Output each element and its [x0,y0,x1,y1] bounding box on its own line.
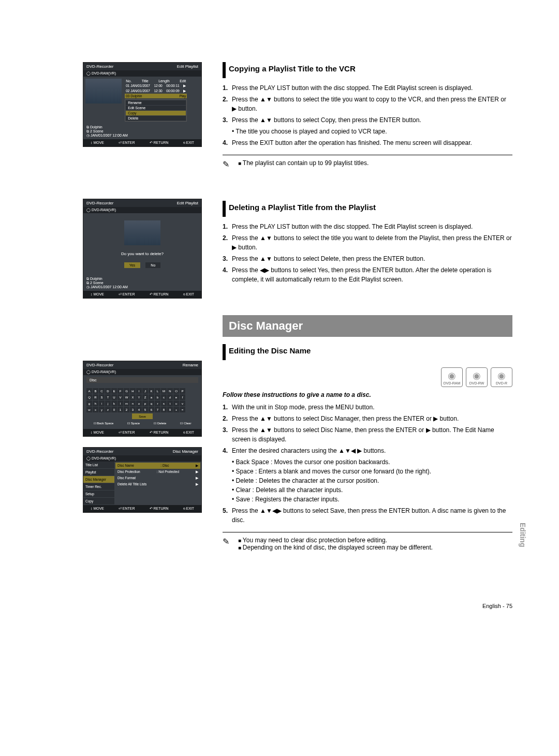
kb-key: n [130,401,136,406]
dvd-rw-icon: DVD-RW [466,367,488,387]
section-copy-playlist: Copying a Playlist Title to the VCR 1.Pr… [223,62,512,170]
kb-key: f [180,394,185,400]
kb-key: o [136,401,142,406]
note-box-2: You may need to clear disc protection be… [223,532,512,551]
screenshot-disc-manager: DVD-RecorderDisc Manager ◯ DVD-RAM(VR) T… [83,447,202,513]
kb-key: z [105,407,111,412]
kb-key: B [93,388,98,394]
kb-key: 1 [117,407,123,412]
kb-key: A [86,388,92,394]
kb-key: q [149,401,154,406]
kb-key: a [149,394,154,400]
kb-key: 2 [124,407,129,412]
kb-key: c [161,394,167,400]
yes-button: Yes [124,262,140,268]
heading-copy: Copying a Playlist Title to the VCR [223,62,512,78]
onscreen-keyboard: ABCDEFGHIJKLMNOPQRSTUVWXYZabcdefghijklmn… [83,385,201,429]
kb-key: g [86,401,92,406]
right-column: Copying a Playlist Title to the VCR 1.Pr… [223,62,512,582]
kb-key: 9 [167,407,173,412]
kb-key: p [142,401,148,406]
kb-key: P [180,388,185,394]
kb-key: D [105,388,111,394]
kb-key: t [167,401,173,406]
kb-key: E [111,388,117,394]
section-delete-playlist: Deleting a Playlist Title from the Playl… [223,201,512,284]
heading-edit-disc-name: Editing the Disc Name [223,344,512,360]
kb-key: L [155,388,160,394]
kb-key: I [136,388,142,394]
kb-key: J [142,388,148,394]
kb-key: 5 [142,407,148,412]
section-tab: Editing [519,523,527,547]
thumb-icon [85,79,122,103]
left-column: DVD-RecorderEdit Playlist ◯ DVD-RAM(VR) … [83,62,202,582]
kb-key: W [124,394,129,400]
note-box: The playlist can contain up to 99 playli… [223,155,512,170]
kb-key: F [117,388,123,394]
kb-key: j [105,401,111,406]
screenshot-edit-playlist: DVD-RecorderEdit Playlist ◯ DVD-RAM(VR) … [83,62,202,147]
heading-disc-manager: Disc Manager [223,315,512,337]
kb-key: 6 [149,407,154,412]
kb-key: s [161,401,167,406]
disc-type-icons: DVD-RAM DVD-RW DVD-R [441,367,512,387]
kb-key: R [93,394,98,400]
kb-key: Z [142,394,148,400]
kb-key: K [149,388,154,394]
kb-key: + [173,407,179,412]
ss1-sub: ◯ DVD-RAM(VR) [83,70,201,77]
context-menu: Rename Edit Scene Copy Delete [125,99,187,122]
kb-key: U [111,394,117,400]
kb-key: b [155,394,160,400]
kb-key: d [167,394,173,400]
kb-key: i [99,401,105,406]
note-icon [223,159,233,170]
screenshot-delete-confirm: DVD-RecorderEdit Playlist ◯ DVD-RAM(VR) … [83,199,202,299]
kb-key: w [86,407,92,412]
kb-key: 7 [155,407,160,412]
screenshot-rename: DVD-RecorderRename ◯ DVD-RAM(VR) Disc AB… [83,361,202,437]
page-number: English - 75 [83,603,512,609]
ss1-title: DVD-Recorder [86,64,113,69]
name-field: Disc [86,377,198,383]
heading-delete: Deleting a Playlist Title from the Playl… [223,201,512,217]
no-button: No [145,262,160,268]
kb-key: h [93,401,98,406]
ss1-mode: Edit Playlist [177,64,198,69]
kb-key: S [99,394,105,400]
kb-key: Y [136,394,142,400]
kb-key: u [173,401,179,406]
kb-key: V [117,394,123,400]
kb-key: r [155,401,160,406]
kb-key: = [180,407,185,412]
kb-key: 4 [136,407,142,412]
note-icon [223,537,233,547]
kb-key: y [99,407,105,412]
kb-key: X [130,394,136,400]
kb-key: Q [86,394,92,400]
thumb-icon [124,220,160,245]
kb-key: T [105,394,111,400]
save-key: Save [132,413,153,419]
kb-key: 8 [161,407,167,412]
kb-key: G [124,388,129,394]
confirm-msg: Do you want to delete? [86,251,198,256]
kb-key: M [161,388,167,394]
kb-key: x [93,407,98,412]
kb-key: e [173,394,179,400]
kb-key: H [130,388,136,394]
kb-key: l [117,401,123,406]
kb-key: C [99,388,105,394]
kb-key: N [167,388,173,394]
section-disc-manager: Disc Manager Editing the Disc Name DVD-R… [223,315,512,551]
kb-key: k [111,401,117,406]
kb-key: O [173,388,179,394]
instruction-italic: Follow these instructions to give a name… [223,391,512,398]
dvd-ram-icon: DVD-RAM [441,367,463,387]
kb-key: v [180,401,185,406]
kb-key: 3 [130,407,136,412]
kb-key: m [124,401,129,406]
kb-key: 0 [111,407,117,412]
dvd-r-icon: DVD-R [491,367,512,387]
